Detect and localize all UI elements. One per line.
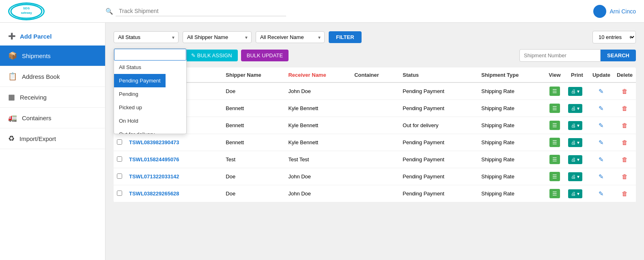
- header-print: Print: [565, 67, 589, 82]
- receiver-name-4: Test Test: [285, 151, 351, 168]
- shipper-name-0: Doe: [222, 82, 285, 100]
- table-row: TSWL068152919170 Bennett Kyle Bennett Ou…: [114, 117, 636, 134]
- header-receiver: Receiver Name: [285, 67, 351, 82]
- print-button-4[interactable]: 🖨 ▾: [568, 155, 582, 164]
- container-6: [351, 185, 399, 202]
- header-container: Container: [351, 67, 399, 82]
- edit-button-6[interactable]: ✎: [599, 190, 604, 197]
- status-select[interactable]: All Status Pending Payment Pending Picke…: [114, 31, 179, 43]
- status-2: Out for delivery: [399, 117, 478, 134]
- delete-button-row-4[interactable]: 🗑: [622, 156, 628, 163]
- type-5: Shipping Rate: [478, 168, 545, 185]
- view-button-0[interactable]: ☰: [549, 87, 560, 96]
- delete-button-row-3[interactable]: 🗑: [622, 139, 628, 146]
- shipper-name-6: Doe: [222, 185, 285, 202]
- delete-button-row-0[interactable]: 🗑: [622, 88, 628, 95]
- print-button-0[interactable]: 🖨 ▾: [568, 87, 582, 96]
- track-search-area: 🔍: [106, 6, 593, 16]
- edit-button-4[interactable]: ✎: [599, 156, 604, 163]
- sidebar-item-shipments[interactable]: 📦 Shipments: [0, 46, 105, 66]
- status-dropdown-overlay: All Status Pending Payment Pending Picke…: [114, 48, 187, 134]
- shipments-table: Number Shipper Name Receiver Name Contai…: [114, 67, 636, 202]
- receiver-name-6: John Doe: [285, 185, 351, 202]
- delete-button-row-1[interactable]: 🗑: [622, 105, 628, 112]
- sidebar-item-import-export[interactable]: ♻ Import/Export: [0, 128, 105, 149]
- print-button-6[interactable]: 🖨 ▾: [568, 189, 582, 198]
- edit-button-0[interactable]: ✎: [599, 88, 604, 95]
- dropdown-option-all-status[interactable]: All Status: [114, 61, 186, 74]
- track-shipment-input[interactable]: [116, 6, 286, 16]
- edit-button-1[interactable]: ✎: [599, 105, 604, 112]
- dropdown-list: All Status Pending Payment Pending Picke…: [114, 61, 186, 134]
- print-button-5[interactable]: 🖨 ▾: [568, 172, 582, 181]
- status-5: Pending Payment: [399, 168, 478, 185]
- dropdown-option-picked-up[interactable]: Picked up: [114, 101, 186, 114]
- shipment-link-4[interactable]: TSWL015824495076: [129, 156, 179, 162]
- view-button-3[interactable]: ☰: [549, 138, 560, 147]
- edit-button-5[interactable]: ✎: [599, 173, 604, 180]
- shipments-table-container: Number Shipper Name Receiver Name Contai…: [114, 67, 636, 202]
- type-1: Shipping Rate: [478, 100, 545, 117]
- address-book-icon: 📋: [8, 72, 17, 81]
- row-checkbox-5[interactable]: [117, 173, 122, 179]
- view-button-5[interactable]: ☰: [549, 172, 560, 181]
- bulk-update-button[interactable]: BULK UPDATE: [241, 50, 289, 61]
- status-select-wrapper: All Status Pending Payment Pending Picke…: [114, 31, 179, 43]
- delete-button-row-5[interactable]: 🗑: [622, 173, 628, 180]
- logo-area: SDS safeway: [8, 2, 106, 20]
- receiver-select-wrapper: All Receiver Name: [256, 31, 325, 43]
- sidebar-item-receiving[interactable]: ▦ Receiving: [0, 87, 105, 108]
- dropdown-option-pending[interactable]: Pending: [114, 87, 186, 101]
- print-button-3[interactable]: 🖨 ▾: [568, 138, 582, 147]
- dropdown-option-on-hold[interactable]: On Hold: [114, 114, 186, 128]
- dropdown-search-input[interactable]: [114, 49, 186, 61]
- sidebar-item-containers[interactable]: 🚛 Containers: [0, 108, 105, 128]
- view-button-1[interactable]: ☰: [549, 104, 560, 113]
- shipment-number-input[interactable]: [519, 49, 601, 62]
- svg-text:SDS: SDS: [23, 6, 30, 10]
- container-2: [351, 117, 399, 134]
- delete-button-row-2[interactable]: 🗑: [622, 122, 628, 129]
- header-status: Status: [399, 67, 478, 82]
- shipment-link-5[interactable]: TSWL071322033142: [129, 173, 179, 180]
- header-view: View: [545, 67, 565, 82]
- containers-icon: 🚛: [8, 113, 17, 122]
- view-button-2[interactable]: ☰: [549, 121, 560, 130]
- delete-button-row-6[interactable]: 🗑: [622, 190, 628, 197]
- receiver-select[interactable]: All Receiver Name: [256, 31, 325, 43]
- shipment-link-3[interactable]: TSWL083982390473: [129, 139, 179, 145]
- shipper-name-2: Bennett: [222, 117, 285, 134]
- edit-button-3[interactable]: ✎: [599, 139, 604, 146]
- dropdown-option-pending-payment[interactable]: Pending Payment: [114, 74, 166, 87]
- row-checkbox-6[interactable]: [117, 191, 122, 196]
- dropdown-option-pending-payment-wrapper: Pending Payment: [114, 74, 186, 87]
- print-button-2[interactable]: 🖨 ▾: [568, 121, 582, 130]
- main-content: All Status Pending Payment Pending Picke…: [106, 23, 644, 260]
- type-4: Shipping Rate: [478, 151, 545, 168]
- shipper-select[interactable]: All Shipper Name: [183, 31, 252, 43]
- layout: ➕ Add Parcel 📦 Shipments 📋 Address Book …: [0, 23, 644, 260]
- entries-select[interactable]: 10 entries 25 entries 50 entries 100 ent…: [592, 31, 636, 43]
- table-row: TSWL038229265628 Doe John Doe Pending Pa…: [114, 185, 636, 202]
- sidebar-item-containers-label: Containers: [22, 115, 52, 121]
- search-button[interactable]: SEARCH: [601, 50, 636, 61]
- view-button-4[interactable]: ☰: [549, 155, 560, 164]
- view-button-6[interactable]: ☰: [549, 189, 560, 198]
- container-0: [351, 82, 399, 100]
- print-button-1[interactable]: 🖨 ▾: [568, 104, 582, 113]
- container-3: [351, 134, 399, 151]
- dropdown-option-out-for-delivery[interactable]: Out for delivery: [114, 128, 186, 134]
- bulk-assign-button[interactable]: ✎ BULK ASSIGN: [185, 50, 238, 61]
- type-0: Shipping Rate: [478, 82, 545, 100]
- user-name: Arni Cinco: [610, 8, 636, 15]
- add-parcel-button[interactable]: ➕ Add Parcel: [0, 27, 105, 46]
- shipment-link-6[interactable]: TSWL038229265628: [129, 191, 179, 197]
- edit-button-2[interactable]: ✎: [599, 122, 604, 129]
- sidebar-item-address-book[interactable]: 📋 Address Book: [0, 66, 105, 87]
- filter-button[interactable]: FILTER: [329, 31, 362, 43]
- sidebar-item-address-book-label: Address Book: [22, 73, 60, 80]
- row-checkbox-4[interactable]: [117, 156, 122, 162]
- row-checkbox-3[interactable]: [117, 139, 122, 145]
- type-6: Shipping Rate: [478, 185, 545, 202]
- table-row: TSWL071322033142 Doe John Doe Pending Pa…: [114, 168, 636, 185]
